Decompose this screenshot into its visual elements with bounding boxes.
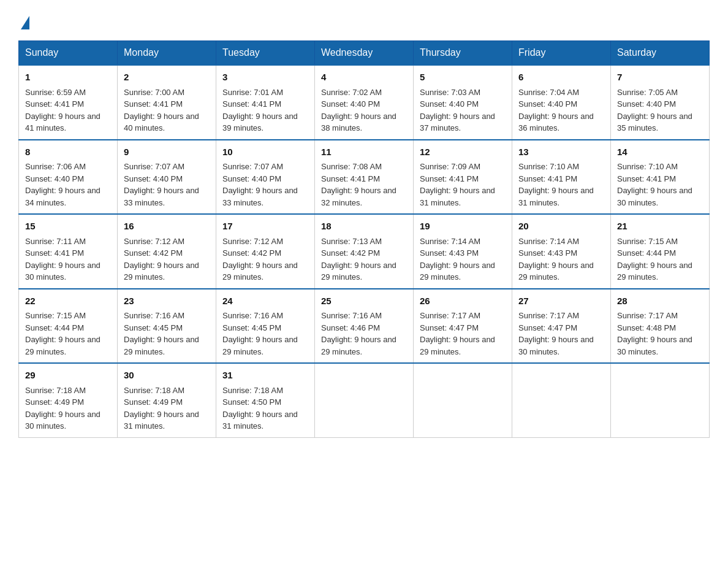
day-info: Sunrise: 7:13 AMSunset: 4:42 PMDaylight:…	[321, 237, 396, 282]
day-info: Sunrise: 7:01 AMSunset: 4:41 PMDaylight:…	[222, 88, 298, 133]
calendar-day-cell: 28 Sunrise: 7:17 AMSunset: 4:48 PMDaylig…	[611, 289, 710, 364]
day-number: 26	[420, 294, 506, 308]
day-number: 23	[124, 294, 210, 308]
day-of-week-header: Sunday	[19, 41, 118, 66]
day-info: Sunrise: 7:12 AMSunset: 4:42 PMDaylight:…	[222, 237, 298, 282]
day-of-week-header: Monday	[118, 41, 216, 66]
calendar-header-row: SundayMondayTuesdayWednesdayThursdayFrid…	[19, 41, 710, 66]
day-number: 10	[222, 145, 308, 159]
calendar-week-row: 1 Sunrise: 6:59 AMSunset: 4:41 PMDayligh…	[19, 65, 710, 140]
calendar-day-cell: 24 Sunrise: 7:16 AMSunset: 4:45 PMDaylig…	[216, 289, 315, 364]
day-info: Sunrise: 6:59 AMSunset: 4:41 PMDaylight:…	[25, 88, 100, 133]
calendar-day-cell: 14 Sunrise: 7:10 AMSunset: 4:41 PMDaylig…	[611, 140, 710, 215]
day-number: 15	[25, 220, 111, 234]
calendar-week-row: 15 Sunrise: 7:11 AMSunset: 4:41 PMDaylig…	[19, 214, 710, 289]
day-number: 29	[25, 369, 111, 383]
calendar-day-cell	[315, 363, 414, 437]
day-info: Sunrise: 7:17 AMSunset: 4:47 PMDaylight:…	[420, 311, 495, 356]
page-header	[18, 12, 710, 29]
day-of-week-header: Wednesday	[315, 41, 414, 66]
calendar-day-cell: 16 Sunrise: 7:12 AMSunset: 4:42 PMDaylig…	[118, 214, 216, 289]
calendar-day-cell: 31 Sunrise: 7:18 AMSunset: 4:50 PMDaylig…	[216, 363, 315, 437]
calendar-day-cell: 17 Sunrise: 7:12 AMSunset: 4:42 PMDaylig…	[216, 214, 315, 289]
calendar-day-cell: 30 Sunrise: 7:18 AMSunset: 4:49 PMDaylig…	[118, 363, 216, 437]
day-number: 16	[124, 220, 210, 234]
day-info: Sunrise: 7:10 AMSunset: 4:41 PMDaylight:…	[518, 162, 594, 207]
calendar-day-cell: 18 Sunrise: 7:13 AMSunset: 4:42 PMDaylig…	[315, 214, 414, 289]
day-number: 3	[222, 71, 308, 85]
day-number: 6	[518, 71, 604, 85]
calendar-week-row: 8 Sunrise: 7:06 AMSunset: 4:40 PMDayligh…	[19, 140, 710, 215]
day-info: Sunrise: 7:18 AMSunset: 4:49 PMDaylight:…	[25, 386, 100, 431]
day-number: 19	[420, 220, 506, 234]
calendar-day-cell: 12 Sunrise: 7:09 AMSunset: 4:41 PMDaylig…	[414, 140, 512, 215]
day-number: 8	[25, 145, 111, 159]
day-number: 9	[124, 145, 210, 159]
day-info: Sunrise: 7:06 AMSunset: 4:40 PMDaylight:…	[25, 162, 100, 207]
day-info: Sunrise: 7:12 AMSunset: 4:42 PMDaylight:…	[124, 237, 199, 282]
day-number: 31	[222, 369, 308, 383]
day-info: Sunrise: 7:05 AMSunset: 4:40 PMDaylight:…	[617, 88, 692, 133]
calendar-day-cell: 9 Sunrise: 7:07 AMSunset: 4:40 PMDayligh…	[118, 140, 216, 215]
day-number: 24	[222, 294, 308, 308]
day-info: Sunrise: 7:18 AMSunset: 4:50 PMDaylight:…	[222, 386, 298, 431]
day-info: Sunrise: 7:18 AMSunset: 4:49 PMDaylight:…	[124, 386, 199, 431]
day-info: Sunrise: 7:04 AMSunset: 4:40 PMDaylight:…	[518, 88, 594, 133]
calendar-day-cell: 2 Sunrise: 7:00 AMSunset: 4:41 PMDayligh…	[118, 65, 216, 140]
day-number: 4	[321, 71, 407, 85]
calendar-week-row: 22 Sunrise: 7:15 AMSunset: 4:44 PMDaylig…	[19, 289, 710, 364]
day-of-week-header: Thursday	[414, 41, 512, 66]
day-info: Sunrise: 7:10 AMSunset: 4:41 PMDaylight:…	[617, 162, 692, 207]
day-info: Sunrise: 7:14 AMSunset: 4:43 PMDaylight:…	[420, 237, 495, 282]
day-number: 22	[25, 294, 111, 308]
calendar-day-cell: 3 Sunrise: 7:01 AMSunset: 4:41 PMDayligh…	[216, 65, 315, 140]
day-number: 2	[124, 71, 210, 85]
day-number: 18	[321, 220, 407, 234]
calendar-day-cell: 4 Sunrise: 7:02 AMSunset: 4:40 PMDayligh…	[315, 65, 414, 140]
day-number: 17	[222, 220, 308, 234]
day-info: Sunrise: 7:17 AMSunset: 4:47 PMDaylight:…	[518, 311, 594, 356]
calendar-day-cell: 6 Sunrise: 7:04 AMSunset: 4:40 PMDayligh…	[512, 65, 611, 140]
day-info: Sunrise: 7:07 AMSunset: 4:40 PMDaylight:…	[124, 162, 199, 207]
day-info: Sunrise: 7:00 AMSunset: 4:41 PMDaylight:…	[124, 88, 199, 133]
day-info: Sunrise: 7:16 AMSunset: 4:46 PMDaylight:…	[321, 311, 396, 356]
day-number: 13	[518, 145, 604, 159]
calendar-day-cell	[611, 363, 710, 437]
calendar-day-cell: 22 Sunrise: 7:15 AMSunset: 4:44 PMDaylig…	[19, 289, 118, 364]
day-number: 25	[321, 294, 407, 308]
day-info: Sunrise: 7:02 AMSunset: 4:40 PMDaylight:…	[321, 88, 396, 133]
day-info: Sunrise: 7:09 AMSunset: 4:41 PMDaylight:…	[420, 162, 495, 207]
day-of-week-header: Friday	[512, 41, 611, 66]
calendar-day-cell: 10 Sunrise: 7:07 AMSunset: 4:40 PMDaylig…	[216, 140, 315, 215]
day-info: Sunrise: 7:16 AMSunset: 4:45 PMDaylight:…	[124, 311, 199, 356]
calendar-day-cell: 5 Sunrise: 7:03 AMSunset: 4:40 PMDayligh…	[414, 65, 512, 140]
day-info: Sunrise: 7:08 AMSunset: 4:41 PMDaylight:…	[321, 162, 396, 207]
calendar-day-cell	[512, 363, 611, 437]
day-info: Sunrise: 7:03 AMSunset: 4:40 PMDaylight:…	[420, 88, 495, 133]
day-number: 12	[420, 145, 506, 159]
day-of-week-header: Saturday	[611, 41, 710, 66]
day-number: 11	[321, 145, 407, 159]
calendar-day-cell: 21 Sunrise: 7:15 AMSunset: 4:44 PMDaylig…	[611, 214, 710, 289]
calendar-day-cell: 23 Sunrise: 7:16 AMSunset: 4:45 PMDaylig…	[118, 289, 216, 364]
day-number: 20	[518, 220, 604, 234]
calendar-day-cell: 27 Sunrise: 7:17 AMSunset: 4:47 PMDaylig…	[512, 289, 611, 364]
calendar-day-cell: 11 Sunrise: 7:08 AMSunset: 4:41 PMDaylig…	[315, 140, 414, 215]
calendar-day-cell: 25 Sunrise: 7:16 AMSunset: 4:46 PMDaylig…	[315, 289, 414, 364]
calendar-day-cell: 20 Sunrise: 7:14 AMSunset: 4:43 PMDaylig…	[512, 214, 611, 289]
day-number: 21	[617, 220, 703, 234]
calendar-day-cell: 7 Sunrise: 7:05 AMSunset: 4:40 PMDayligh…	[611, 65, 710, 140]
calendar-table: SundayMondayTuesdayWednesdayThursdayFrid…	[18, 40, 710, 438]
day-info: Sunrise: 7:16 AMSunset: 4:45 PMDaylight:…	[222, 311, 298, 356]
calendar-week-row: 29 Sunrise: 7:18 AMSunset: 4:49 PMDaylig…	[19, 363, 710, 437]
logo-triangle-icon	[21, 16, 29, 29]
day-info: Sunrise: 7:17 AMSunset: 4:48 PMDaylight:…	[617, 311, 692, 356]
day-number: 30	[124, 369, 210, 383]
calendar-day-cell: 13 Sunrise: 7:10 AMSunset: 4:41 PMDaylig…	[512, 140, 611, 215]
day-number: 1	[25, 71, 111, 85]
day-number: 14	[617, 145, 703, 159]
day-info: Sunrise: 7:14 AMSunset: 4:43 PMDaylight:…	[518, 237, 594, 282]
day-of-week-header: Tuesday	[216, 41, 315, 66]
day-info: Sunrise: 7:15 AMSunset: 4:44 PMDaylight:…	[25, 311, 100, 356]
calendar-day-cell	[414, 363, 512, 437]
